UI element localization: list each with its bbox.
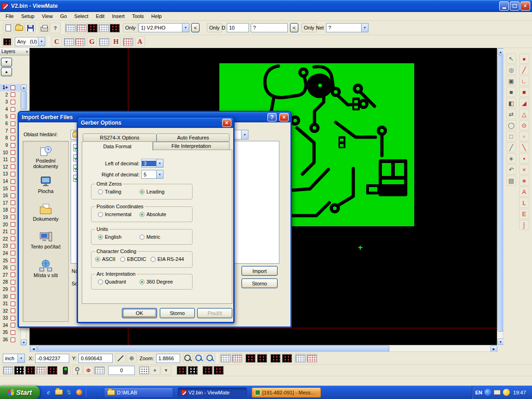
red-pattern-button[interactable] xyxy=(25,366,36,375)
restore-button[interactable] xyxy=(510,1,520,11)
messenger-tray-icon[interactable] xyxy=(503,389,510,396)
quadrant-radio[interactable] xyxy=(98,279,103,284)
layer-color-swatch[interactable] xyxy=(11,157,15,162)
start-button[interactable]: Start xyxy=(0,386,40,399)
scroll-right-icon[interactable]: ▶ xyxy=(490,345,497,352)
palette-tool-icon[interactable]: ∗ xyxy=(519,175,529,186)
absolute-radio[interactable] xyxy=(139,212,145,217)
layer-color-swatch[interactable] xyxy=(11,251,15,255)
net-table-button[interactable] xyxy=(295,353,306,363)
dialog-help-button[interactable]: ? xyxy=(267,113,277,121)
film-pattern4-button[interactable] xyxy=(281,353,292,363)
palette-tool-icon[interactable]: ▣ xyxy=(506,76,516,86)
palette-tool-icon[interactable]: ◯ xyxy=(506,120,516,130)
composite-view-button[interactable] xyxy=(109,23,120,33)
place-documents[interactable]: Dokumenty xyxy=(23,203,68,222)
negative-pattern3-button[interactable] xyxy=(202,366,213,375)
chevron-down-icon[interactable]: ▼ xyxy=(241,130,248,139)
tab-data-format[interactable]: Data Format xyxy=(82,141,153,151)
layer-color-swatch[interactable] xyxy=(11,128,15,133)
layer-color-swatch[interactable] xyxy=(11,330,15,335)
title-bar[interactable]: V2.bin - ViewMate × xyxy=(0,0,532,12)
layer-up-button[interactable]: ▲ xyxy=(1,67,12,76)
x-coordinate-field[interactable]: -0.942237 xyxy=(35,354,69,363)
layer-color-swatch[interactable] xyxy=(11,172,15,176)
units-combo[interactable]: inch▼ xyxy=(3,354,25,363)
aperture-grid3-button[interactable] xyxy=(99,36,109,47)
palette-tool-icon[interactable]: ╲ xyxy=(519,142,529,152)
open-file-button[interactable] xyxy=(14,23,24,33)
place-my-computer[interactable]: Tento počítač xyxy=(23,231,68,249)
h-aperture-button[interactable]: H xyxy=(111,36,121,47)
zoom-window-button[interactable] xyxy=(194,353,204,363)
highlight-button[interactable] xyxy=(60,366,71,375)
scroll-down-icon[interactable]: ▼ xyxy=(497,339,504,345)
layer-color-swatch[interactable] xyxy=(11,186,15,191)
palette-tool-icon[interactable]: ↶ xyxy=(506,164,516,175)
layer-color-swatch[interactable] xyxy=(11,143,15,148)
layer-color-swatch[interactable] xyxy=(11,121,15,126)
any-filter-combo[interactable]: Any(U)▼ xyxy=(15,37,45,46)
new-file-button[interactable] xyxy=(3,23,13,33)
layer-color-swatch[interactable] xyxy=(11,107,15,112)
palette-tool-icon[interactable]: ⊙ xyxy=(519,120,529,130)
palette-tool-icon[interactable]: ▪ xyxy=(519,153,529,163)
aperture-grid1-button[interactable] xyxy=(64,36,74,47)
menu-item[interactable]: Help xyxy=(148,12,166,20)
palette-tool-icon[interactable]: ∟ xyxy=(519,76,529,86)
layer-color-swatch[interactable] xyxy=(11,150,15,155)
only-net-toggle[interactable]: Only xyxy=(302,23,317,32)
aperture-grid2-button[interactable] xyxy=(75,36,85,47)
palette-tool-icon[interactable]: ■ xyxy=(519,87,529,97)
layer-color-swatch[interactable] xyxy=(11,164,15,169)
dcode-query-field[interactable]: ? xyxy=(251,23,288,32)
menu-item[interactable]: Edit xyxy=(92,12,108,20)
blank-pattern-button[interactable] xyxy=(3,366,13,375)
file-combo[interactable]: 1) V2.PHO▼ xyxy=(139,23,189,32)
palette-tool-icon[interactable]: ▫ xyxy=(519,131,529,141)
snap-origin-button[interactable]: ⊕ xyxy=(127,353,137,363)
layer-down-button[interactable]: ▼ xyxy=(1,58,12,66)
layer-color-swatch[interactable] xyxy=(11,302,15,306)
help-button[interactable]: ? xyxy=(50,23,60,33)
palette-tool-icon[interactable]: ◎ xyxy=(506,65,516,75)
save-button[interactable] xyxy=(25,23,36,33)
layer-color-swatch[interactable] xyxy=(11,287,15,291)
tab-auto-features[interactable]: Auto Features xyxy=(157,133,230,142)
trailing-radio[interactable] xyxy=(98,189,103,194)
layer-color-swatch[interactable] xyxy=(11,316,15,320)
scroll-up-icon[interactable]: ▲ xyxy=(497,48,504,55)
layer-color-swatch[interactable] xyxy=(11,208,15,212)
palette-tool-icon[interactable]: ╱ xyxy=(506,142,516,152)
prev-file-button[interactable]: < xyxy=(191,23,200,32)
negative-pattern4-button[interactable] xyxy=(213,366,224,375)
chevron-down-icon[interactable]: ▼ xyxy=(156,170,163,178)
layer-color-swatch[interactable] xyxy=(11,215,15,219)
layer-row[interactable]: 3 xyxy=(0,98,20,106)
palette-tool-icon[interactable]: ▤ xyxy=(506,175,516,186)
scroll-left-icon[interactable]: ◀ xyxy=(30,345,37,352)
quicklaunch-folder-icon[interactable] xyxy=(54,388,63,396)
layer-color-swatch[interactable] xyxy=(11,200,15,205)
input-tray-icon[interactable] xyxy=(494,390,501,395)
quicklaunch-ie-icon[interactable]: e xyxy=(44,388,53,396)
canvas-vscrollbar[interactable]: ▲ ▼ xyxy=(497,48,503,345)
layer-color-swatch[interactable] xyxy=(11,179,15,184)
layer-row[interactable]: 1+ xyxy=(0,84,20,91)
language-indicator[interactable]: EN xyxy=(475,390,482,395)
degree360-radio[interactable] xyxy=(139,279,145,284)
clock[interactable]: 19:47 xyxy=(513,390,526,395)
tab-file-interpretation[interactable]: File Interpretation xyxy=(153,142,230,150)
layer-row[interactable]: 2 xyxy=(0,91,20,99)
film-pattern3-button[interactable] xyxy=(270,353,281,363)
dcode-value-field[interactable]: 10 xyxy=(227,23,249,32)
layer-color-swatch[interactable] xyxy=(11,244,15,248)
chevron-down-icon[interactable]: ▼ xyxy=(361,24,368,32)
menu-item[interactable]: Select xyxy=(71,12,92,20)
chevron-down-icon[interactable]: ▼ xyxy=(18,354,24,363)
right-of-decimal-combo[interactable]: 5 ▼ xyxy=(141,170,163,179)
palette-tool-icon[interactable]: ↖ xyxy=(506,54,516,64)
circle-aperture-button[interactable]: C xyxy=(52,36,62,47)
palette-tool-icon[interactable]: ◧ xyxy=(506,98,516,108)
metric-radio[interactable] xyxy=(139,235,145,240)
